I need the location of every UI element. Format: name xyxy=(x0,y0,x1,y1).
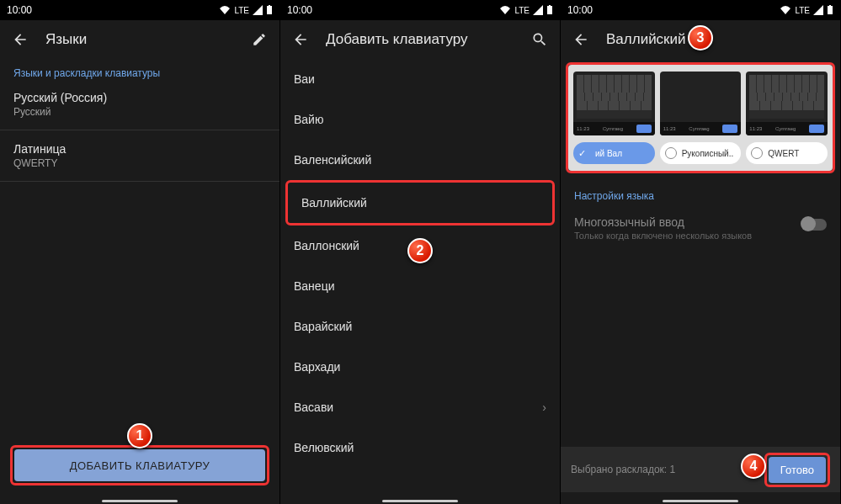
step-marker-4: 4 xyxy=(741,454,766,479)
screen-language-detail: 10:00 LTE Валлийский 11: xyxy=(561,0,841,504)
svg-rect-0 xyxy=(267,6,272,14)
status-bar: 10:00 LTE xyxy=(280,0,560,20)
language-item[interactable]: Велювский xyxy=(280,427,560,468)
svg-rect-1 xyxy=(269,5,270,6)
wifi-icon xyxy=(219,5,231,15)
lang-row[interactable]: Латиница QWERTY xyxy=(0,135,279,176)
layout-chip[interactable]: Рукописный.. xyxy=(660,142,742,164)
edit-icon[interactable] xyxy=(249,29,269,50)
lte-label: LTE xyxy=(514,6,530,15)
page-title: Добавить клавиатуру xyxy=(326,31,514,48)
chip-label: Рукописный.. xyxy=(682,149,734,158)
battery-icon xyxy=(546,5,553,15)
status-time: 10:00 xyxy=(7,4,32,16)
selected-count: Выбрано раскладок: 1 xyxy=(571,464,727,475)
multilang-toggle-row: Многоязычный ввод Только когда включено … xyxy=(561,209,840,261)
layout-chip[interactable]: ✓ий Вал xyxy=(573,142,655,164)
layout-selector: 11:23Cymraeg 11:23Cymraeg 11:23Cymraeg ✓… xyxy=(568,65,833,171)
nav-handle[interactable] xyxy=(663,500,738,502)
svg-rect-5 xyxy=(829,5,831,6)
signal-icon xyxy=(533,5,543,15)
layout-preview[interactable]: 11:23Cymraeg xyxy=(660,72,742,135)
signal-icon xyxy=(813,5,823,15)
language-item[interactable]: Вайю xyxy=(280,99,560,140)
back-icon[interactable] xyxy=(571,29,591,50)
language-item[interactable]: Ваи xyxy=(280,59,560,99)
wifi-icon xyxy=(499,5,511,15)
status-bar: 10:00 LTE xyxy=(561,0,840,20)
footer-bar: Выбрано раскладок: 1 О Готово xyxy=(561,447,840,492)
screen-languages: 10:00 LTE Языки Языки и раскладки клавиа… xyxy=(0,0,280,504)
language-item[interactable]: Ванеци xyxy=(280,266,560,306)
battery-icon xyxy=(266,5,273,15)
back-icon[interactable] xyxy=(290,29,311,50)
lte-label: LTE xyxy=(795,6,810,15)
toggle-title: Многоязычный ввод xyxy=(574,215,793,229)
section-label: Настройки языка xyxy=(561,177,840,209)
toggle-subtitle: Только когда включено несколько языков xyxy=(574,231,793,241)
screen-add-keyboard: 10:00 LTE Добавить клавиатуру ВаиВайюВал… xyxy=(280,0,561,504)
app-bar: Добавить клавиатуру xyxy=(280,20,560,59)
svg-rect-4 xyxy=(828,6,833,14)
layout-preview[interactable]: 11:23Cymraeg xyxy=(746,72,828,135)
radio-icon xyxy=(665,147,677,159)
language-item[interactable]: Валлийский xyxy=(288,183,552,223)
wifi-icon xyxy=(780,5,791,15)
page-title: Валлийский xyxy=(606,31,830,48)
layout-chip[interactable]: QWERT xyxy=(746,142,828,164)
lte-label: LTE xyxy=(234,6,249,15)
chip-label: ий Вал xyxy=(595,149,622,158)
divider xyxy=(0,130,279,130)
language-item[interactable]: Валенсийский xyxy=(280,140,560,180)
language-item[interactable]: Вархади xyxy=(280,347,560,387)
section-label: Языки и раскладки клавиатуры xyxy=(0,59,279,84)
svg-rect-3 xyxy=(549,5,551,6)
status-time: 10:00 xyxy=(567,4,593,16)
status-time: 10:00 xyxy=(287,4,312,16)
multilang-switch[interactable] xyxy=(801,219,827,231)
lang-row[interactable]: Русский (Россия) Русский xyxy=(0,84,279,125)
check-icon: ✓ xyxy=(578,147,590,159)
page-title: Языки xyxy=(45,31,234,48)
back-icon[interactable] xyxy=(10,29,30,50)
nav-handle[interactable] xyxy=(382,500,458,502)
divider xyxy=(0,181,279,182)
status-bar: 10:00 LTE xyxy=(0,0,279,20)
language-item[interactable]: Васави› xyxy=(280,387,560,427)
step-marker-1: 1 xyxy=(127,423,152,448)
chip-label: QWERT xyxy=(768,149,799,158)
app-bar: Языки xyxy=(0,20,279,59)
step-marker-3: 3 xyxy=(688,25,713,50)
layout-preview[interactable]: 11:23Cymraeg xyxy=(573,72,655,135)
nav-handle[interactable] xyxy=(102,500,178,502)
search-icon[interactable] xyxy=(530,29,550,50)
battery-icon xyxy=(827,5,833,15)
done-button[interactable]: Готово xyxy=(769,457,826,483)
add-keyboard-button[interactable]: ДОБАВИТЬ КЛАВИАТУРУ xyxy=(14,449,265,481)
signal-icon xyxy=(253,5,263,15)
svg-rect-2 xyxy=(547,6,552,14)
step-marker-2: 2 xyxy=(407,238,433,263)
language-item[interactable]: Варайский xyxy=(280,306,560,347)
radio-icon xyxy=(751,147,763,159)
chevron-right-icon: › xyxy=(542,401,546,414)
